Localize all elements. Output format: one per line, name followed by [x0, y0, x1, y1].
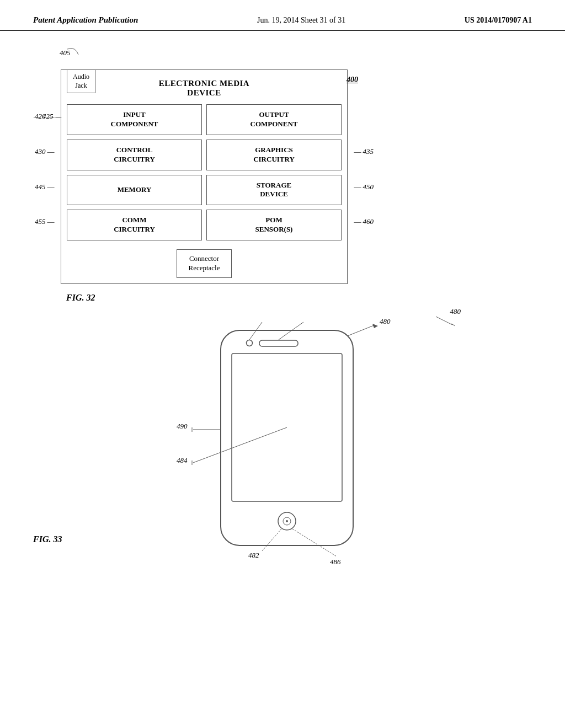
- device-title-row: ELECTRONIC MEDIADEVICE 400: [67, 76, 342, 100]
- row-3: 445— —450 MEMORY STORAGE DEVICE: [67, 175, 342, 206]
- ref-450: —450: [354, 183, 374, 191]
- device-svg: 480 488 485 490 484 482 486: [177, 319, 408, 612]
- fig32-diagram: 405 AudioJack ELECTRONIC MEDIADEVICE 400…: [50, 69, 532, 303]
- patent-number-label: US 2014/0170907 A1: [465, 16, 532, 25]
- svg-text:480: 480: [380, 319, 391, 325]
- svg-marker-8: [372, 324, 378, 328]
- control-circuitry-cell: CONTROL CIRCUITRY: [67, 140, 202, 170]
- device-illustration: 480: [177, 319, 408, 614]
- device-title: ELECTRONIC MEDIADEVICE: [159, 79, 249, 98]
- svg-text:488: 488: [232, 319, 243, 321]
- svg-text:485: 485: [302, 319, 313, 321]
- svg-text:482: 482: [248, 551, 259, 559]
- date-sheet-label: Jun. 19, 2014 Sheet 31 of 31: [257, 16, 345, 25]
- fig32-caption: FIG. 32: [66, 293, 532, 303]
- audio-jack-label: AudioJack: [73, 73, 89, 89]
- row-2: 430— —435 CONTROL CIRCUITRY GRAPHICS CIR…: [67, 140, 342, 170]
- ref-460: —460: [354, 217, 374, 226]
- row-4: 455— —460 COMM CIRCUITRY POM SENSOR(S): [67, 210, 342, 240]
- fig33-caption: FIG. 33: [33, 534, 62, 544]
- connector-row: Connector Receptacle: [67, 245, 342, 278]
- ref-400: 400: [347, 76, 358, 84]
- row-1: 420— —425 INPUT COMPONENT OUTPUT COMPONE…: [67, 104, 342, 135]
- svg-text:490: 490: [177, 422, 188, 430]
- svg-text:484: 484: [177, 456, 188, 464]
- svg-rect-2: [259, 340, 298, 346]
- main-content: 405 AudioJack ELECTRONIC MEDIADEVICE 400…: [0, 31, 565, 630]
- fig33-caption-container: FIG. 33: [33, 534, 143, 614]
- ref-430: 430—: [35, 147, 55, 156]
- svg-point-7: [286, 520, 288, 522]
- ref-435: —435: [354, 147, 374, 156]
- ref-480: 480: [425, 314, 458, 330]
- ref-445: 445—: [35, 183, 55, 191]
- lower-section: FIG. 33 480: [33, 314, 532, 614]
- pom-sensor-cell: POM SENSOR(S): [206, 210, 342, 240]
- ref-405: 405: [60, 49, 71, 57]
- ref-405-arrow: [67, 46, 84, 63]
- graphics-circuitry-cell: GRAPHICS CIRCUITRY: [206, 140, 342, 170]
- storage-device-cell: STORAGE DEVICE: [206, 175, 342, 206]
- audio-jack-box: AudioJack: [67, 69, 95, 93]
- svg-point-3: [247, 340, 253, 346]
- ref-455: 455—: [35, 217, 55, 226]
- publication-label: Patent Application Publication: [33, 15, 138, 25]
- memory-cell: MEMORY: [67, 175, 202, 206]
- page-header: Patent Application Publication Jun. 19, …: [0, 0, 565, 31]
- device-outer-box: AudioJack ELECTRONIC MEDIADEVICE 400 420…: [61, 69, 348, 284]
- ref-425: —425: [34, 112, 374, 121]
- comm-circuitry-cell: COMM CIRCUITRY: [67, 210, 202, 240]
- svg-text:486: 486: [330, 558, 341, 566]
- connector-cell: Connector Receptacle: [177, 249, 231, 278]
